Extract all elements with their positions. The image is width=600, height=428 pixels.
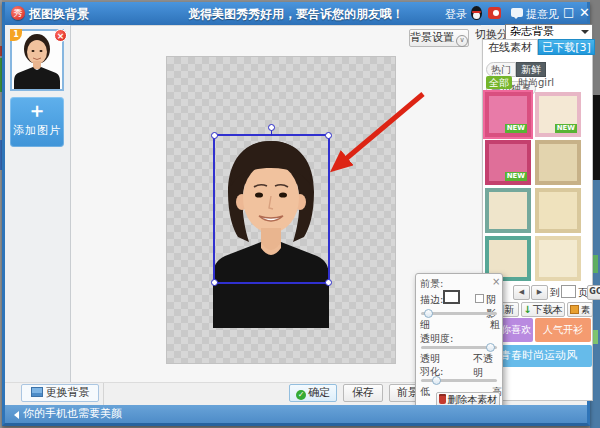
material-thumb[interactable]: NEW xyxy=(485,140,531,185)
weibo-icon[interactable] xyxy=(488,7,501,19)
add-image-label: 添加图片 xyxy=(10,123,64,138)
filter-全部[interactable]: 全部 xyxy=(486,76,512,89)
material-thumb[interactable] xyxy=(485,188,531,233)
image-icon xyxy=(31,387,43,397)
check-icon: ✓ xyxy=(296,390,306,400)
image-list-sidebar: 1 × ＋ 添加图片 xyxy=(5,25,71,382)
close-button[interactable]: ✕ xyxy=(579,5,590,20)
status-text: 你的手机也需要美颜 xyxy=(23,407,122,420)
go-button[interactable]: GO xyxy=(587,285,600,300)
source-photo xyxy=(12,31,62,89)
dropdown-caret-icon xyxy=(581,30,589,38)
remove-photo-icon[interactable]: × xyxy=(54,29,67,42)
background-settings-button[interactable]: 背景设置∨ xyxy=(409,29,469,47)
trash-icon xyxy=(439,396,446,404)
stroke-label: 描边: xyxy=(420,293,443,307)
tab-downloaded[interactable]: 已下载[3] xyxy=(538,39,595,55)
pill-热门[interactable]: 热门 xyxy=(486,62,516,77)
app-window: 秀 抠图换背景 觉得美图秀秀好用，要告诉您的朋友哦！ 登录 提意见 □ ✕ xyxy=(2,2,590,426)
material-thumb[interactable]: NEW xyxy=(485,92,531,137)
confirm-button[interactable]: ✓确定 xyxy=(289,384,337,402)
prev-page-button[interactable]: ◀ xyxy=(513,285,530,300)
chevron-down-icon: ∨ xyxy=(456,35,468,47)
pill-group: 热门新鲜会员独享 xyxy=(486,58,592,73)
page-number-input[interactable] xyxy=(561,285,576,298)
new-badge: NEW xyxy=(555,124,577,133)
new-badge: NEW xyxy=(505,172,527,181)
status-bar: 你的手机也需要美颜 xyxy=(5,405,587,423)
pill-新鲜[interactable]: 新鲜 xyxy=(516,62,546,77)
red-pointer-arrow xyxy=(301,84,431,194)
resize-handle-bottom-right[interactable] xyxy=(325,279,332,286)
feedback-link[interactable]: 提意见 xyxy=(526,7,559,22)
material-thumb[interactable] xyxy=(535,236,581,281)
opacity-label: 透明度: xyxy=(420,332,453,346)
transparent-label: 透明 xyxy=(420,352,440,366)
source-photo-thumbnail[interactable]: 1 × xyxy=(10,29,64,91)
rotate-handle[interactable] xyxy=(268,124,275,131)
save-button[interactable]: 保存 xyxy=(343,384,383,402)
low-label: 低 xyxy=(420,385,430,399)
footer-vertical-divider xyxy=(103,383,104,405)
feedback-bubble-icon[interactable] xyxy=(511,8,523,17)
filter-group: 全部时尚girl冰雪girl xyxy=(486,76,592,89)
download-icon: ↓ xyxy=(523,304,531,315)
opaque-label: 不透明 xyxy=(473,352,502,380)
stroke-color-swatch[interactable] xyxy=(443,290,460,304)
material-thumb[interactable] xyxy=(535,140,581,185)
panel-close-icon[interactable]: × xyxy=(492,276,500,287)
pack-icon xyxy=(570,305,579,314)
maximize-button[interactable]: □ xyxy=(563,5,574,19)
material-thumb[interactable]: NEW xyxy=(535,92,581,137)
titlebar: 秀 抠图换背景 觉得美图秀秀好用，要告诉您的朋友哦！ 登录 提意见 □ ✕ xyxy=(5,2,587,25)
foreground-panel-title: 前景: xyxy=(420,277,443,291)
filter-时尚girl[interactable]: 时尚girl xyxy=(518,76,554,89)
thick-label: 粗 xyxy=(490,318,500,332)
category-dropdown[interactable]: 杂志背景 xyxy=(505,24,593,40)
stroke-slider-thumb[interactable] xyxy=(424,309,433,318)
plus-icon: ＋ xyxy=(10,97,64,123)
material-thumb[interactable] xyxy=(535,188,581,233)
login-link[interactable]: 登录 xyxy=(445,7,467,22)
download-page-button[interactable]: ↓下载本页 xyxy=(521,302,565,317)
shadow-label: 阴影 xyxy=(486,293,502,321)
opacity-slider-thumb[interactable] xyxy=(486,343,495,352)
new-badge: NEW xyxy=(505,124,527,133)
material-pack-button[interactable]: 素材包 xyxy=(567,302,593,317)
thin-label: 细 xyxy=(420,318,430,332)
add-image-button[interactable]: ＋ 添加图片 xyxy=(10,97,64,147)
feather-slider-thumb[interactable] xyxy=(432,376,441,385)
next-page-button[interactable]: ▶ xyxy=(531,285,548,300)
resize-handle-top-left[interactable] xyxy=(211,132,218,139)
resize-handle-bottom-left[interactable] xyxy=(211,279,218,286)
foreground-settings-panel: 前景: × 描边: 阴影 细 粗 透明度: 透明 不透明 羽化: 低 高 删除本… xyxy=(415,273,503,412)
change-background-button[interactable]: 更换背景 xyxy=(21,384,99,402)
tab-online-materials[interactable]: 在线素材 xyxy=(482,39,538,55)
speaker-icon xyxy=(10,411,19,419)
qq-icon[interactable] xyxy=(471,6,482,20)
goto-label: 到 xyxy=(550,286,560,300)
shadow-checkbox[interactable] xyxy=(475,294,484,303)
banner-popular-cardigan[interactable]: 人气开衫 xyxy=(535,318,591,342)
